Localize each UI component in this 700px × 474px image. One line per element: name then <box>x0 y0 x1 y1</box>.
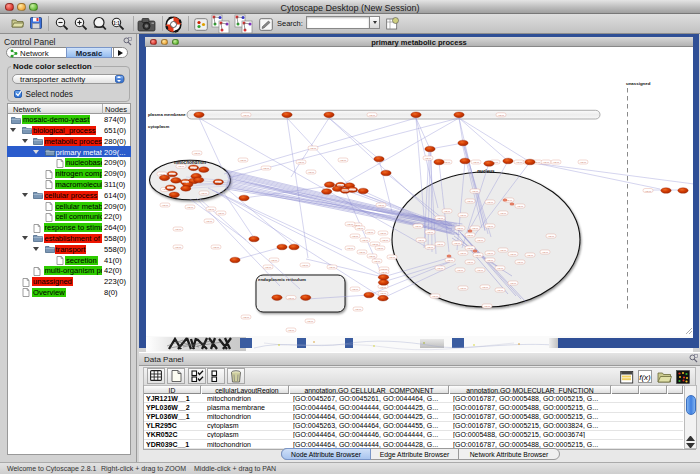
svg-text:Ybr-rx: Ybr-rx <box>367 231 374 233</box>
svg-text:Ybr-rx: Ybr-rx <box>380 292 387 294</box>
svg-text:Ybr-rx: Ybr-rx <box>381 271 388 273</box>
svg-text:Ybr-rx: Ybr-rx <box>308 171 315 173</box>
svg-text:Ybr-rx: Ybr-rx <box>487 252 494 254</box>
svg-text:Ybr-rx: Ybr-rx <box>298 161 305 163</box>
svg-text:endoplasmic reticulum: endoplasmic reticulum <box>258 277 306 282</box>
svg-text:Ybr-rx: Ybr-rx <box>427 246 434 248</box>
svg-text:Ybr-rx: Ybr-rx <box>378 204 385 206</box>
svg-text:Ybr-rx: Ybr-rx <box>347 247 354 249</box>
svg-text:Ybr-rx: Ybr-rx <box>437 217 444 219</box>
svg-text:Ybr-rx: Ybr-rx <box>457 269 464 271</box>
svg-text:Ybr-rx: Ybr-rx <box>362 239 369 241</box>
svg-text:Ybr-rx: Ybr-rx <box>527 254 534 256</box>
svg-text:Ybr-rx: Ybr-rx <box>427 231 434 233</box>
svg-text:Ybr-rx: Ybr-rx <box>444 210 451 212</box>
svg-text:Ybr-rx: Ybr-rx <box>500 212 507 214</box>
svg-text:Ybr-rx: Ybr-rx <box>288 329 295 331</box>
svg-text:Mito-rx: Mito-rx <box>337 184 343 186</box>
svg-text:unassigned: unassigned <box>626 81 651 86</box>
svg-text:Ybr-rx: Ybr-rx <box>457 227 464 229</box>
svg-text:Ybr-rx: Ybr-rx <box>372 243 379 245</box>
svg-text:Ybr-rx: Ybr-rx <box>475 254 482 256</box>
svg-text:Ybr-rx: Ybr-rx <box>162 204 169 206</box>
svg-text:Ybr-rx: Ybr-rx <box>542 251 549 253</box>
svg-text:Mito-rx: Mito-rx <box>182 181 188 183</box>
svg-text:Ybr-rx: Ybr-rx <box>467 261 474 263</box>
svg-text:Ybr-rx: Ybr-rx <box>487 225 494 227</box>
svg-text:Ybr-rx: Ybr-rx <box>380 232 387 234</box>
svg-text:Ybr-rx: Ybr-rx <box>288 297 295 299</box>
svg-text:Ybr-rx: Ybr-rx <box>432 295 439 297</box>
svg-text:Ybr-rx: Ybr-rx <box>389 256 396 258</box>
svg-text:Ybr-rx: Ybr-rx <box>357 227 364 229</box>
svg-text:Ybr-rx: Ybr-rx <box>477 269 484 271</box>
svg-text:Ybr-rx: Ybr-rx <box>307 320 314 322</box>
svg-text:Ybr-rx: Ybr-rx <box>516 161 523 163</box>
svg-text:Ybr-rx: Ybr-rx <box>543 161 550 163</box>
svg-text:Ybr-rx: Ybr-rx <box>194 152 201 154</box>
svg-text:Ybr-rx: Ybr-rx <box>472 190 479 192</box>
svg-text:1:1: 1:1 <box>113 21 120 26</box>
svg-text:Ybr-rx: Ybr-rx <box>473 161 480 163</box>
svg-text:Ybr-rx: Ybr-rx <box>352 235 359 237</box>
svg-text:Ybr-rx: Ybr-rx <box>218 212 225 214</box>
svg-text:Ybr-rx: Ybr-rx <box>460 214 467 216</box>
svg-text:Ybr-rx: Ybr-rx <box>645 190 652 192</box>
svg-text:Ybr-rx: Ybr-rx <box>359 251 366 253</box>
svg-text:Ybr-rx: Ybr-rx <box>175 228 182 230</box>
svg-text:plasma membrane: plasma membrane <box>148 112 186 117</box>
svg-text:Ybr-rx: Ybr-rx <box>240 159 247 161</box>
svg-text:Ybr-rx: Ybr-rx <box>437 243 444 245</box>
svg-text:Ybr-rx: Ybr-rx <box>500 249 507 251</box>
svg-text:Ybr-rx: Ybr-rx <box>206 220 213 222</box>
svg-text:Ybr-rx: Ybr-rx <box>208 208 215 210</box>
svg-text:Ybr-rx: Ybr-rx <box>329 266 336 268</box>
svg-text:Ybr-rx: Ybr-rx <box>437 267 444 269</box>
svg-text:Ybr-rx: Ybr-rx <box>482 286 489 288</box>
svg-text:Ybr-rx: Ybr-rx <box>472 227 479 229</box>
svg-text:Ybr-rx: Ybr-rx <box>302 264 309 266</box>
svg-text:Ybr-rx: Ybr-rx <box>369 255 376 257</box>
svg-text:cytoplasm: cytoplasm <box>148 124 169 129</box>
svg-text:Mito-rx: Mito-rx <box>167 187 173 189</box>
svg-text:Ybr-rx: Ybr-rx <box>447 259 454 261</box>
svg-text:Ybr-rx: Ybr-rx <box>418 239 425 241</box>
svg-text:Ybr-rx: Ybr-rx <box>352 288 359 290</box>
svg-text:Ybr-rx: Ybr-rx <box>159 173 166 175</box>
svg-text:Ybr-rx: Ybr-rx <box>467 200 474 202</box>
svg-text:Mito-rx: Mito-rx <box>169 173 175 175</box>
svg-text:Ybr-rx: Ybr-rx <box>271 259 278 261</box>
svg-text:Ybr-rx: Ybr-rx <box>467 247 474 249</box>
svg-text:Ybr-rx: Ybr-rx <box>517 205 524 207</box>
svg-text:Ybr-rx: Ybr-rx <box>377 247 384 249</box>
svg-text:Ybr-rx: Ybr-rx <box>310 147 317 149</box>
svg-text:Ybr-rx: Ybr-rx <box>187 206 194 208</box>
svg-text:Ybr-rx: Ybr-rx <box>498 114 505 116</box>
svg-text:Ybr-rx: Ybr-rx <box>380 286 387 288</box>
svg-text:Ybr-rx: Ybr-rx <box>510 282 517 284</box>
svg-text:Mito-rx: Mito-rx <box>190 167 196 169</box>
svg-text:Ybr-rx: Ybr-rx <box>355 308 362 310</box>
svg-text:Ybr-rx: Ybr-rx <box>487 201 494 203</box>
svg-text:Ybr-rx: Ybr-rx <box>517 261 524 263</box>
svg-text:Ybr-rx: Ybr-rx <box>497 267 504 269</box>
svg-text:Ybr-rx: Ybr-rx <box>477 239 484 241</box>
svg-text:Ybr-rx: Ybr-rx <box>175 246 182 248</box>
svg-text:Ybr-rx: Ybr-rx <box>243 114 250 116</box>
svg-text:Ybr-rx: Ybr-rx <box>497 289 504 291</box>
svg-text:Ybr-rx: Ybr-rx <box>374 260 381 262</box>
svg-text:Ybr-rx: Ybr-rx <box>460 252 467 254</box>
svg-text:Ybr-rx: Ybr-rx <box>510 253 517 255</box>
svg-text:Ybr-rx: Ybr-rx <box>263 167 270 169</box>
svg-text:Ybr-rx: Ybr-rx <box>444 161 451 163</box>
svg-text:Ybr-rx: Ybr-rx <box>553 161 560 163</box>
svg-text:Ybr-rx: Ybr-rx <box>467 234 474 236</box>
svg-text:Mito-rx: Mito-rx <box>215 181 221 183</box>
svg-text:Ybr-rx: Ybr-rx <box>425 157 432 159</box>
svg-text:Ybr-rx: Ybr-rx <box>265 266 272 268</box>
svg-text:Ybr-rx: Ybr-rx <box>580 161 587 163</box>
svg-text:Mito-rx: Mito-rx <box>342 189 348 191</box>
svg-text:Ybr-rx: Ybr-rx <box>369 114 376 116</box>
svg-text:Ybr-rx: Ybr-rx <box>454 242 461 244</box>
svg-text:Ybr-rx: Ybr-rx <box>213 246 220 248</box>
